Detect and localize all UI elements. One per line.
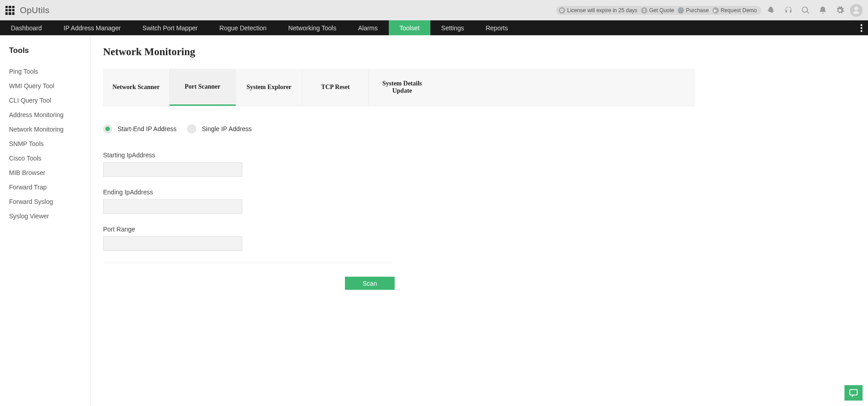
sidebar-item-cisco-tools[interactable]: Cisco Tools [9, 151, 90, 165]
radio-single-label: Single IP Address [202, 125, 251, 132]
port-range-label: Port Range [103, 226, 392, 233]
dollar-icon: $ [641, 7, 647, 14]
sidebar: Tools Ping Tools WMI Query Tool CLI Quer… [0, 35, 90, 406]
ip-mode-radio-group: Start-End IP Address Single IP Address [103, 124, 392, 133]
ending-ip-input[interactable] [103, 199, 242, 214]
nav-alarms[interactable]: Alarms [347, 20, 389, 35]
sidebar-item-address-monitoring[interactable]: Address Monitoring [9, 108, 90, 122]
license-pill: ✪ License will expire in 25 days $ Get Q… [556, 6, 761, 15]
radio-start-end-ip[interactable]: Start-End IP Address [103, 124, 176, 133]
svg-point-0 [861, 24, 863, 26]
svg-point-1 [861, 27, 863, 29]
tabs: Network Scanner Port Scanner System Expl… [103, 69, 695, 106]
starting-ip-label: Starting IpAddress [103, 151, 392, 159]
port-scanner-form: Start-End IP Address Single IP Address S… [103, 106, 392, 290]
nav-toolset[interactable]: Toolset [389, 20, 430, 35]
topbar-right: ✪ License will expire in 25 days $ Get Q… [556, 3, 863, 18]
scan-button[interactable]: Scan [345, 277, 395, 290]
port-range-input[interactable] [103, 236, 242, 251]
nav-networking-tools[interactable]: Networking Tools [278, 20, 347, 35]
sidebar-item-snmp-tools[interactable]: SNMP Tools [9, 137, 90, 151]
radio-start-end-label: Start-End IP Address [118, 125, 176, 132]
form-divider [103, 263, 392, 263]
radio-icon [187, 124, 196, 133]
cart-icon: 🛒 [678, 7, 684, 14]
nav-ip-address-manager[interactable]: IP Address Manager [53, 20, 132, 35]
main-content: Network Monitoring Network Scanner Port … [90, 35, 868, 406]
topbar: OpUtils ✪ License will expire in 25 days… [0, 0, 868, 20]
badge-icon: ✪ [559, 7, 565, 14]
brand-title: OpUtils [20, 5, 50, 15]
body: Tools Ping Tools WMI Query Tool CLI Quer… [0, 35, 868, 406]
sidebar-item-network-monitoring[interactable]: Network Monitoring [9, 122, 90, 137]
radio-icon [103, 124, 112, 133]
svg-rect-3 [850, 390, 858, 395]
purchase-link[interactable]: 🛒 Purchase [678, 7, 709, 14]
sidebar-item-cli-query-tool[interactable]: CLI Query Tool [9, 93, 90, 108]
license-expire-text: License will expire in 25 days [567, 7, 637, 14]
headset-icon[interactable] [781, 3, 796, 18]
rocket-icon[interactable] [764, 3, 778, 18]
nav-reports[interactable]: Reports [475, 20, 519, 35]
gear-icon[interactable] [833, 3, 847, 18]
get-quote-text: Get Quote [649, 7, 674, 14]
request-demo-text: Request Demo [721, 7, 757, 14]
main-nav: Dashboard IP Address Manager Switch Port… [0, 20, 868, 35]
sidebar-title: Tools [9, 46, 90, 55]
tab-port-scanner[interactable]: Port Scanner [170, 69, 236, 106]
bell-icon[interactable] [816, 3, 830, 18]
request-demo-link[interactable]: ▶ Request Demo [712, 7, 757, 14]
apps-grid-icon[interactable] [5, 6, 14, 15]
port-range-field: Port Range [103, 226, 392, 251]
sidebar-item-wmi-query-tool[interactable]: WMI Query Tool [9, 79, 90, 93]
tab-tcp-reset[interactable]: TCP Reset [302, 69, 369, 106]
tab-system-details-update[interactable]: System Details Update [369, 69, 435, 106]
nav-dashboard[interactable]: Dashboard [0, 20, 53, 35]
ending-ip-label: Ending IpAddress [103, 189, 392, 196]
svg-point-2 [861, 30, 863, 32]
starting-ip-input[interactable] [103, 162, 242, 177]
search-icon[interactable] [798, 3, 813, 18]
user-avatar[interactable] [850, 4, 863, 17]
sidebar-item-ping-tools[interactable]: Ping Tools [9, 64, 90, 79]
nav-switch-port-mapper[interactable]: Switch Port Mapper [132, 20, 208, 35]
sidebar-item-syslog-viewer[interactable]: Syslog Viewer [9, 209, 90, 223]
sidebar-item-forward-trap[interactable]: Forward Trap [9, 180, 90, 194]
sidebar-item-forward-syslog[interactable]: Forward Syslog [9, 194, 90, 209]
tab-network-scanner[interactable]: Network Scanner [103, 69, 170, 106]
license-expire[interactable]: ✪ License will expire in 25 days [559, 7, 637, 14]
sidebar-item-mib-browser[interactable]: MIB Browser [9, 165, 90, 180]
nav-more-icon[interactable] [855, 20, 868, 35]
nav-settings[interactable]: Settings [430, 20, 475, 35]
page-title: Network Monitoring [103, 46, 855, 58]
get-quote-link[interactable]: $ Get Quote [641, 7, 674, 14]
play-icon: ▶ [712, 7, 719, 14]
ending-ip-field: Ending IpAddress [103, 189, 392, 214]
chat-float-button[interactable] [844, 385, 863, 401]
nav-rogue-detection[interactable]: Rogue Detection [208, 20, 277, 35]
tab-system-explorer[interactable]: System Explorer [236, 69, 302, 106]
radio-single-ip[interactable]: Single IP Address [187, 124, 251, 133]
starting-ip-field: Starting IpAddress [103, 151, 392, 177]
purchase-text: Purchase [686, 7, 709, 14]
